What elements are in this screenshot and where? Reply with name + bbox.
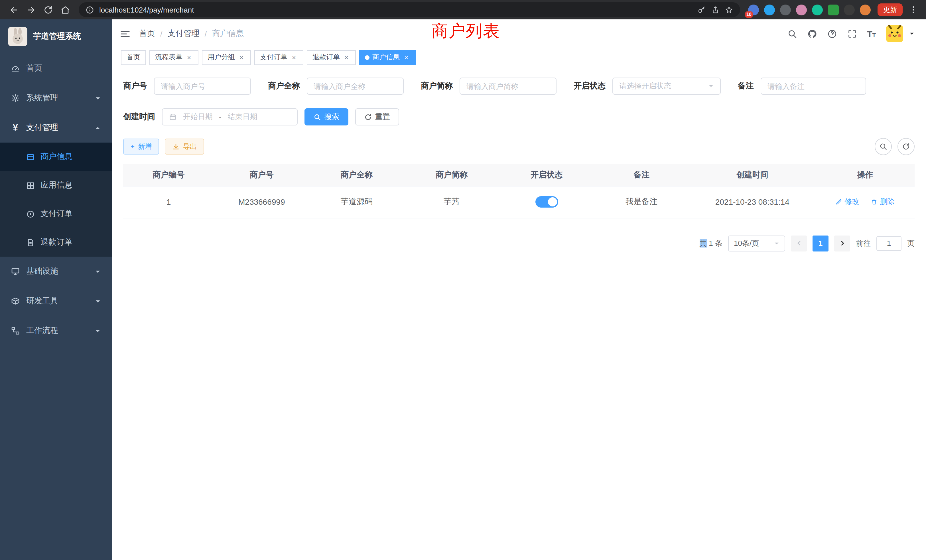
password-key-icon[interactable] xyxy=(698,5,706,14)
table-row: 1 M233666999 芋道源码 芋艿 我是备注 2021-10-23 08:… xyxy=(123,186,915,218)
goto-page-input[interactable] xyxy=(876,236,902,251)
share-icon[interactable] xyxy=(711,5,720,14)
sidebar-item-merchant-info[interactable]: 商户信息 xyxy=(0,142,112,171)
reload-icon[interactable] xyxy=(40,2,56,18)
extension-icon[interactable] xyxy=(828,4,839,15)
hamburger-icon[interactable] xyxy=(120,28,130,39)
browser-update-button[interactable]: 更新 xyxy=(878,3,903,16)
close-icon[interactable]: × xyxy=(290,54,298,61)
sidebar-item-label: 支付管理 xyxy=(26,123,58,133)
sidebar-item-label: 系统管理 xyxy=(26,93,58,103)
browser-menu-icon[interactable] xyxy=(909,5,918,14)
cell-merchant-no: M233666999 xyxy=(214,186,309,218)
yen-icon: ¥ xyxy=(11,123,20,133)
close-icon[interactable]: × xyxy=(238,54,245,61)
tab-process-form[interactable]: 流程表单 × xyxy=(150,50,198,65)
merchant-no-input[interactable] xyxy=(154,77,251,95)
site-info-icon[interactable] xyxy=(86,5,94,14)
column-header: 商户简称 xyxy=(404,164,499,186)
export-button[interactable]: 导出 xyxy=(165,139,204,154)
cell-full-name: 芋道源码 xyxy=(309,186,404,218)
status-toggle[interactable] xyxy=(535,196,558,207)
sidebar-item-infrastructure[interactable]: 基础设施 xyxy=(0,257,112,286)
filter-remark: 备注 xyxy=(738,77,866,95)
show-search-button[interactable] xyxy=(875,138,892,155)
sidebar-item-dev-tools[interactable]: 研发工具 xyxy=(0,286,112,316)
extension-icon[interactable] xyxy=(812,4,823,15)
prev-page-button[interactable] xyxy=(791,235,807,251)
app-logo[interactable]: 芋道管理系统 xyxy=(0,20,112,54)
fullscreen-icon[interactable] xyxy=(847,29,857,38)
cell-id: 1 xyxy=(123,186,214,218)
close-icon[interactable]: × xyxy=(185,54,193,61)
close-icon[interactable]: × xyxy=(402,54,410,61)
sidebar-item-pay-order[interactable]: 支付订单 xyxy=(0,200,112,228)
caret-down-icon[interactable] xyxy=(909,31,915,36)
extension-icon[interactable] xyxy=(844,4,855,15)
breadcrumb-current: 商户信息 xyxy=(212,29,244,39)
tab-home[interactable]: 首页 xyxy=(121,50,146,65)
extension-icon[interactable] xyxy=(780,4,791,15)
delete-link[interactable]: 删除 xyxy=(871,197,895,207)
search-icon xyxy=(879,142,887,151)
search-button[interactable]: 搜索 xyxy=(304,108,348,126)
chevron-up-icon xyxy=(95,125,101,131)
sidebar-item-payment[interactable]: ¥ 支付管理 xyxy=(0,113,112,142)
help-icon[interactable] xyxy=(827,29,837,38)
page-number-active[interactable]: 1 xyxy=(813,235,829,251)
bookmark-star-icon[interactable] xyxy=(725,5,733,14)
sidebar-item-system[interactable]: 系统管理 xyxy=(0,83,112,113)
pagination: 共 1 条 10条/页 1 前往 页 xyxy=(123,235,915,251)
full-name-input[interactable] xyxy=(307,77,404,95)
user-avatar[interactable] xyxy=(886,25,903,42)
sidebar-item-home[interactable]: 首页 xyxy=(0,54,112,83)
filter-label: 商户号 xyxy=(123,81,147,91)
back-icon[interactable] xyxy=(6,2,22,18)
chevron-down-icon xyxy=(95,95,101,101)
search-icon[interactable] xyxy=(787,29,797,38)
plus-icon: + xyxy=(130,142,135,151)
refresh-table-button[interactable] xyxy=(897,138,915,155)
merchant-table: 商户编号 商户号 商户全称 商户简称 开启状态 备注 创建时间 操作 1 M23… xyxy=(123,164,915,218)
breadcrumb-home[interactable]: 首页 xyxy=(139,29,155,39)
column-header: 备注 xyxy=(594,164,689,186)
chevron-down-icon xyxy=(774,241,779,246)
close-icon[interactable]: × xyxy=(343,54,350,61)
forward-icon[interactable] xyxy=(23,2,39,18)
tab-user-group[interactable]: 用户分组 × xyxy=(202,50,251,65)
sidebar-item-app-info[interactable]: 应用信息 xyxy=(0,171,112,200)
extension-icon[interactable]: 10 xyxy=(748,4,759,15)
box-icon xyxy=(11,297,20,306)
font-size-icon[interactable]: TT xyxy=(867,29,876,38)
profile-avatar-icon[interactable] xyxy=(860,4,871,15)
date-range-picker[interactable]: 开始日期 - 结束日期 xyxy=(162,108,298,126)
edit-link[interactable]: 修改 xyxy=(836,197,859,207)
sidebar-item-workflow[interactable]: 工作流程 xyxy=(0,316,112,345)
cell-actions: 修改 删除 xyxy=(816,186,915,218)
short-name-input[interactable] xyxy=(460,77,557,95)
extension-badge: 10 xyxy=(745,11,753,17)
goto-suffix: 页 xyxy=(907,238,915,248)
tab-merchant-info[interactable]: 商户信息 × xyxy=(359,50,416,65)
add-button[interactable]: + 新增 xyxy=(123,139,159,154)
next-page-button[interactable] xyxy=(834,235,850,251)
extension-icon[interactable] xyxy=(764,4,775,15)
tab-pay-order[interactable]: 支付订单 × xyxy=(254,50,303,65)
extension-icon[interactable] xyxy=(796,4,807,15)
chevron-down-icon xyxy=(95,298,101,304)
status-select[interactable]: 请选择开启状态 xyxy=(613,77,721,95)
tab-refund-order[interactable]: 退款订单 × xyxy=(307,50,356,65)
filter-merchant-no: 商户号 xyxy=(123,77,251,95)
home-icon[interactable] xyxy=(57,2,73,18)
address-bar[interactable]: localhost:1024/pay/merchant xyxy=(79,2,740,17)
remark-input[interactable] xyxy=(761,77,866,95)
sidebar-item-label: 退款订单 xyxy=(41,237,73,248)
page-size-select[interactable]: 10条/页 xyxy=(728,235,785,251)
sidebar-item-label: 工作流程 xyxy=(26,325,58,336)
reset-button[interactable]: 重置 xyxy=(355,108,399,126)
breadcrumb-payment[interactable]: 支付管理 xyxy=(168,29,200,39)
github-icon[interactable] xyxy=(807,29,817,38)
sidebar-item-refund-order[interactable]: 退款订单 xyxy=(0,228,112,257)
search-icon xyxy=(313,113,321,121)
column-header: 开启状态 xyxy=(499,164,594,186)
